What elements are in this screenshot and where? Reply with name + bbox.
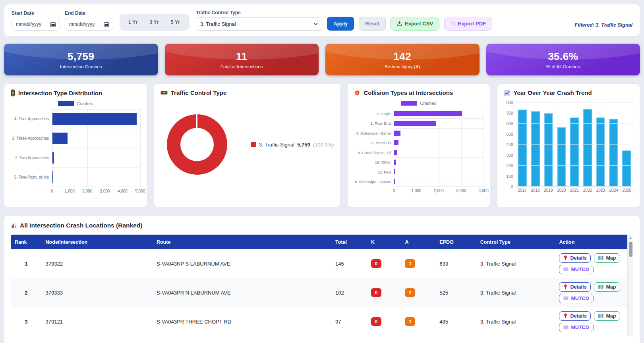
scroll-up-arrow[interactable]: ▲ bbox=[629, 236, 632, 240]
bar[interactable] bbox=[52, 171, 53, 183]
chart-legend[interactable]: Crashes bbox=[11, 101, 140, 106]
action-row: MUTCD bbox=[559, 294, 620, 303]
bar[interactable] bbox=[518, 110, 527, 186]
bar-row bbox=[394, 138, 483, 148]
route-cell: S-VA043NP S LABURNUM AVE bbox=[153, 261, 331, 267]
legend-swatch bbox=[401, 101, 417, 106]
end-date-input[interactable]: mm/dd/yyyy bbox=[65, 18, 113, 31]
bar[interactable] bbox=[52, 152, 54, 164]
bar[interactable] bbox=[394, 169, 395, 174]
control-type-select[interactable]: 3. Traffic Signal bbox=[196, 17, 322, 31]
k-badge: 0 bbox=[371, 259, 381, 268]
kpi-serious-injury: 142 Serious Injury (A) bbox=[325, 44, 480, 75]
export-pdf-button[interactable]: Export PDF bbox=[444, 17, 492, 31]
download-icon bbox=[397, 21, 402, 26]
map-button[interactable]: Map bbox=[594, 311, 620, 321]
chart-legend[interactable]: Crashes bbox=[354, 101, 483, 106]
mutcd-button[interactable]: MUTCD bbox=[559, 265, 593, 274]
dashboard-page: Start Date mm/dd/yyyy End Date mm/dd/yyy… bbox=[0, 0, 644, 343]
card-title: Collision Types at Intersections bbox=[354, 89, 483, 96]
intersection-type-card: Intersection Type Distribution Crashes 4… bbox=[4, 83, 147, 207]
column-header: Rank bbox=[11, 239, 42, 245]
gridline bbox=[516, 155, 633, 155]
x-tick-label: 2,000 bbox=[82, 189, 92, 193]
bar-row bbox=[52, 148, 140, 168]
traffic-light-horizontal-icon bbox=[161, 91, 168, 95]
map-button[interactable]: Map bbox=[594, 253, 620, 263]
details-button[interactable]: Details bbox=[559, 282, 591, 292]
y-tick-label: 400 bbox=[507, 143, 513, 147]
epdo-cell: 485 bbox=[435, 319, 476, 325]
book-icon bbox=[563, 296, 569, 301]
calendar-icon[interactable] bbox=[104, 22, 109, 27]
table-scrollbar[interactable]: ▲ bbox=[627, 235, 633, 336]
node-cell: 379121 bbox=[42, 319, 153, 325]
collision-icon bbox=[354, 90, 360, 96]
bar[interactable] bbox=[52, 113, 137, 125]
column-header: Control Type bbox=[476, 239, 555, 245]
apply-button[interactable]: Apply bbox=[327, 17, 354, 31]
reset-button[interactable]: Reset bbox=[359, 17, 385, 31]
bar[interactable] bbox=[531, 111, 540, 186]
range-1yr-button[interactable]: 1 Yr bbox=[123, 16, 143, 28]
table-title: All Intersection Crash Locations (Ranked… bbox=[20, 222, 142, 229]
start-date-group: Start Date mm/dd/yyyy bbox=[12, 10, 60, 31]
x-tick-label: 4,000 bbox=[118, 189, 128, 193]
bar-row bbox=[394, 109, 483, 119]
a-badge: 2 bbox=[405, 288, 415, 297]
map-button[interactable]: Map bbox=[594, 282, 620, 292]
mutcd-button[interactable]: MUTCD bbox=[559, 294, 593, 303]
start-date-input[interactable]: mm/dd/yyyy bbox=[12, 18, 60, 31]
donut-slice-traffic-signal[interactable] bbox=[167, 114, 227, 175]
x-tick-label: 5,000 bbox=[135, 189, 145, 193]
x-tick-label: 2,000 bbox=[434, 189, 444, 193]
intersection-type-chart: 4. Four Approaches3. Three Approaches2. … bbox=[11, 109, 140, 194]
gridline bbox=[516, 102, 633, 103]
bar[interactable] bbox=[394, 140, 398, 145]
year-over-year-chart: 8007006005004003002001000 20172018201920… bbox=[504, 102, 633, 193]
control-type-label: Traffic Control Type bbox=[196, 10, 322, 15]
donut-legend[interactable]: 3. Traffic Signal 5,759 (100.0%) bbox=[251, 142, 334, 148]
k-cell: 0 bbox=[367, 317, 401, 326]
calendar-icon[interactable] bbox=[50, 22, 56, 27]
range-3yr-button[interactable]: 3 Yr bbox=[144, 16, 164, 28]
gridline bbox=[516, 113, 633, 113]
bar-row bbox=[394, 167, 483, 177]
bar[interactable] bbox=[394, 131, 400, 136]
x-tick-label: 1,000 bbox=[411, 189, 421, 193]
control-type-group: Traffic Control Type 3. Traffic Signal bbox=[196, 10, 322, 31]
x-tick-label: 2023 bbox=[594, 188, 607, 193]
bar[interactable] bbox=[394, 160, 396, 165]
y-tick-label: 0 bbox=[511, 185, 513, 189]
legend-percent: (100.0%) bbox=[313, 142, 334, 148]
details-button[interactable]: Details bbox=[559, 311, 591, 321]
bar[interactable] bbox=[622, 150, 631, 186]
gridline bbox=[516, 176, 633, 176]
range-5yr-button[interactable]: 5 Yr bbox=[165, 16, 186, 28]
crash-locations-card: All Intersection Crash Locations (Ranked… bbox=[4, 215, 640, 343]
y-tick-label: 300 bbox=[507, 153, 513, 157]
category-label: 9. Fixed Object - Of bbox=[354, 148, 394, 158]
action-stack: DetailsMapMUTCD bbox=[559, 250, 620, 277]
action-stack: DetailsMapMUTCD bbox=[559, 308, 620, 335]
bar[interactable] bbox=[583, 109, 592, 186]
x-tick-label: 2022 bbox=[581, 188, 594, 193]
mutcd-button[interactable]: MUTCD bbox=[559, 323, 593, 332]
details-button[interactable]: Details bbox=[559, 253, 591, 263]
legend-label: Crashes bbox=[77, 101, 93, 106]
category-label: 5. Five-Point, or Mo bbox=[11, 168, 52, 187]
legend-swatch bbox=[58, 101, 74, 106]
bar[interactable] bbox=[544, 113, 553, 186]
export-csv-button[interactable]: Export CSV bbox=[391, 17, 440, 31]
details-label: Details bbox=[570, 313, 586, 319]
bar[interactable] bbox=[394, 121, 436, 126]
bar[interactable] bbox=[394, 179, 395, 184]
category-label: 4. Four Approaches bbox=[11, 109, 52, 129]
map-label: Map bbox=[606, 255, 616, 261]
scroll-thumb[interactable] bbox=[629, 242, 632, 257]
legend-value: 5,759 bbox=[297, 142, 310, 148]
bar[interactable] bbox=[394, 150, 397, 155]
bar[interactable] bbox=[394, 111, 462, 116]
bar[interactable] bbox=[557, 127, 566, 186]
bar[interactable] bbox=[52, 133, 68, 145]
